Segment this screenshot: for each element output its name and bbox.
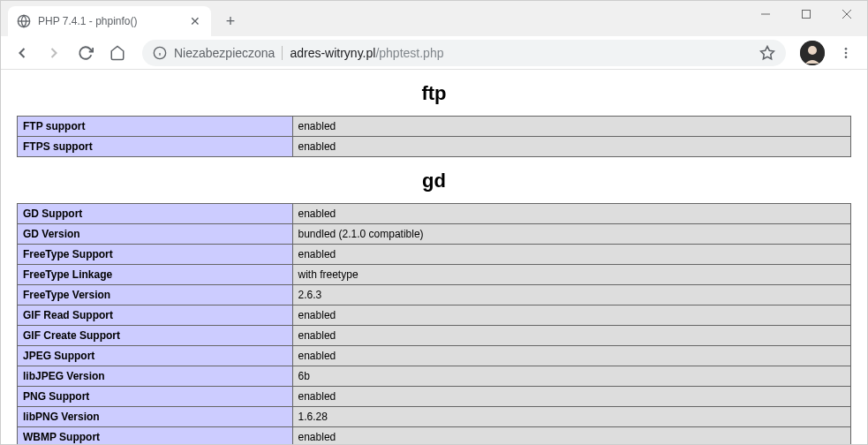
titlebar: PHP 7.4.1 - phpinfo() ✕ + [1,1,867,36]
table-row: WBMP Supportenabled [18,427,851,445]
window-close-button[interactable] [826,1,867,27]
browser-window: PHP 7.4.1 - phpinfo() ✕ + Niezabezpieczo… [0,0,868,445]
svg-marker-9 [761,46,774,58]
table-row: FreeType Linkagewith freetype [18,265,851,285]
row-key: WBMP Support [18,427,293,445]
row-value: enabled [292,427,850,445]
window-controls [745,1,867,27]
kebab-menu-icon[interactable] [832,39,860,67]
row-value: 6b [292,366,850,387]
row-key: GIF Read Support [18,305,293,326]
row-key: FTP support [18,117,293,137]
svg-point-13 [845,51,848,54]
new-tab-button[interactable]: + [218,9,243,34]
content-wrapper: ftpFTP supportenabledFTPS supportenabled… [1,70,867,444]
table-row: GIF Create Supportenabled [18,326,851,346]
table-row: JPEG Supportenabled [18,346,851,366]
divider [282,46,283,60]
row-key: FTPS support [18,137,293,157]
info-table: GD SupportenabledGD Versionbundled (2.1.… [17,203,851,444]
forward-button[interactable] [40,39,68,67]
row-key: libJPEG Version [18,366,293,387]
row-value: bundled (2.1.0 compatible) [292,224,850,245]
toolbar: Niezabezpieczona adres-witryny.pl/phptes… [1,36,867,70]
row-value: enabled [292,305,850,326]
info-icon[interactable] [153,46,167,60]
row-key: GD Support [18,204,293,224]
minimize-button[interactable] [745,1,786,27]
svg-point-11 [808,46,817,55]
table-row: libJPEG Version6b [18,366,851,387]
row-value: enabled [292,387,850,407]
row-value: enabled [292,346,850,366]
row-value: 1.6.28 [292,407,850,427]
row-value: enabled [292,326,850,346]
table-row: PNG Supportenabled [18,387,851,407]
close-icon[interactable]: ✕ [188,14,202,28]
svg-point-14 [845,56,848,58]
table-row: FTPS supportenabled [18,137,851,157]
row-key: libPNG Version [18,407,293,427]
table-row: FTP supportenabled [18,117,851,137]
table-row: GD Versionbundled (2.1.0 compatible) [18,224,851,245]
tab-title: PHP 7.4.1 - phpinfo() [38,15,188,27]
row-key: JPEG Support [18,346,293,366]
row-value: enabled [292,204,850,224]
row-value: enabled [292,117,850,137]
table-row: GD Supportenabled [18,204,851,224]
row-value: with freetype [292,265,850,285]
section-heading: ftp [17,82,851,105]
profile-avatar[interactable] [800,41,825,65]
table-row: FreeType Supportenabled [18,245,851,265]
row-key: FreeType Version [18,285,293,305]
svg-rect-3 [803,11,811,19]
url-text: adres-witryny.pl/phptest.php [290,46,752,60]
home-button[interactable] [103,39,132,67]
back-button[interactable] [8,39,36,67]
info-table: FTP supportenabledFTPS supportenabled [17,116,851,157]
row-key: PNG Support [18,387,293,407]
bookmark-star-icon[interactable] [759,45,775,61]
row-value: enabled [292,245,850,265]
table-row: GIF Read Supportenabled [18,305,851,326]
row-key: FreeType Support [18,245,293,265]
page-content[interactable]: ftpFTP supportenabledFTPS supportenabled… [1,70,867,444]
globe-icon [17,14,31,28]
table-row: FreeType Version2.6.3 [18,285,851,305]
reload-button[interactable] [72,39,100,67]
section-heading: gd [17,170,851,192]
browser-tab[interactable]: PHP 7.4.1 - phpinfo() ✕ [8,6,211,36]
row-value: enabled [292,137,850,157]
row-key: FreeType Linkage [18,265,293,285]
address-bar[interactable]: Niezabezpieczona adres-witryny.pl/phptes… [142,40,786,66]
maximize-button[interactable] [786,1,826,27]
row-key: GD Version [18,224,293,245]
security-label: Niezabezpieczona [174,46,275,60]
row-value: 2.6.3 [292,285,850,305]
svg-point-12 [845,48,848,50]
row-key: GIF Create Support [18,326,293,346]
table-row: libPNG Version1.6.28 [18,407,851,427]
